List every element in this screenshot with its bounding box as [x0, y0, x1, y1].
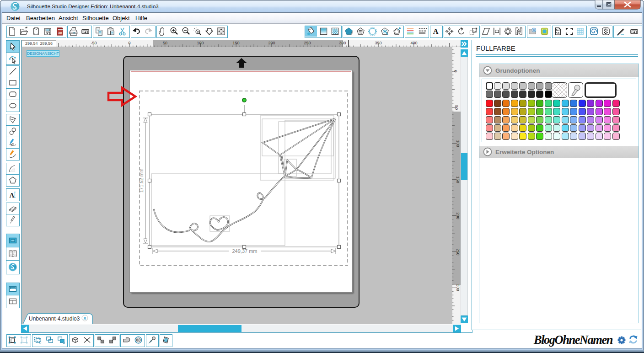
svg-text:M: M [532, 29, 535, 32]
svg-text:171,52 mm: 171,52 mm [139, 168, 144, 193]
svg-text:A: A [10, 192, 15, 199]
svg-text:3D: 3D [58, 31, 62, 34]
svg-text:X: X [83, 316, 86, 321]
svg-text:A: A [433, 27, 439, 36]
svg-text:249,37 mm: 249,37 mm [232, 248, 257, 254]
